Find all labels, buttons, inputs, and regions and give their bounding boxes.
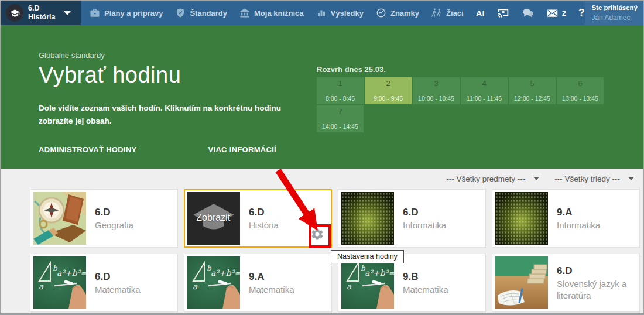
- period-time: 14:00 - 14:45: [322, 123, 358, 130]
- administer-lessons-link[interactable]: ADMINISTROVAŤ HODINY: [39, 145, 137, 154]
- card-subject: História: [249, 220, 279, 231]
- period-number: 6: [578, 79, 582, 88]
- nav-label: Plány a prípravy: [104, 9, 163, 18]
- class-filter-dropdown[interactable]: --- Všetky triedy ---: [551, 172, 638, 186]
- period-time: 11:00 - 11:45: [467, 95, 502, 102]
- nav-label: Štandardy: [190, 9, 227, 18]
- nav-item-vysledky[interactable]: Výsledky: [316, 8, 364, 18]
- lesson-card-9a-informatika[interactable]: 9.A Informatika: [492, 189, 640, 248]
- math-chalkboard-image: [187, 256, 240, 309]
- class-filter-value: --- Všetky triedy ---: [554, 174, 620, 183]
- app-window: 6.D História Plány a prípravy Štandardy …: [0, 0, 644, 315]
- nav-item-znamky[interactable]: Známky: [376, 8, 419, 18]
- lesson-card-6d-geografia[interactable]: 6.D Geografia: [30, 189, 178, 248]
- filter-bar: --- Všetky predmety --- --- Všetky tried…: [1, 169, 643, 189]
- map-compass-image: [33, 192, 86, 245]
- lesson-card-6d-informatika[interactable]: 6.D Informatika: [338, 189, 486, 248]
- schedule-period-2-current[interactable]: 2 9:00 - 9:45: [365, 77, 412, 104]
- card-subject: Matematika: [95, 284, 141, 296]
- math-chalkboard-image: [341, 256, 394, 309]
- nav-label: Známky: [390, 9, 419, 18]
- chat-bubbles-icon: [522, 7, 534, 19]
- lesson-card-6d-historia-selected[interactable]: Zobraziť 6.D História: [184, 189, 332, 248]
- page-title: Vybrať hodinu: [39, 63, 302, 88]
- period-number: 2: [386, 79, 390, 88]
- nav-item-plany-a-pripravy[interactable]: Plány a prípravy: [90, 8, 163, 18]
- card-class: 6.D: [95, 206, 133, 219]
- period-number: 4: [482, 79, 486, 88]
- card-class: 6.D: [249, 206, 279, 219]
- hero-text: Globálne štandardy Vybrať hodinu Dole vi…: [39, 51, 302, 154]
- cast-board-button[interactable]: [497, 7, 509, 19]
- messages-button[interactable]: 2: [546, 7, 566, 19]
- chevron-down-icon: [628, 177, 634, 180]
- question-mark-icon: ?: [578, 7, 584, 19]
- chevron-down-icon: [533, 177, 539, 180]
- hero-eyebrow: Globálne štandardy: [39, 51, 302, 60]
- show-overlay-label[interactable]: Zobraziť: [187, 213, 240, 223]
- current-class-menu[interactable]: 6.D História: [1, 1, 81, 25]
- matrix-code-image: [495, 192, 548, 245]
- period-time: 10:00 - 10:45: [418, 95, 454, 102]
- gear-icon: [310, 227, 324, 241]
- cast-icon: [497, 7, 509, 19]
- hero-section: Globálne štandardy Vybrať hodinu Dole vi…: [1, 25, 643, 169]
- lesson-card-6d-matematika[interactable]: 6.D Matematika: [30, 254, 178, 312]
- schedule-grid: 1 8:00 - 8:45 2 9:00 - 9:45 3 10:00 - 10…: [317, 77, 606, 133]
- schedule-title: Rozvrh dnes 25.03.: [317, 65, 609, 74]
- dark-chalkboard-image: Zobraziť: [187, 192, 240, 245]
- ai-button[interactable]: AI: [476, 8, 485, 18]
- period-time: 13:00 - 13:45: [562, 95, 598, 102]
- nav-label: Žiaci: [446, 9, 464, 18]
- more-info-link[interactable]: VIAC INFORMÁCIÍ: [208, 145, 276, 154]
- user-name: Ján Adamec: [591, 13, 638, 22]
- unread-count-badge: 2: [562, 9, 566, 18]
- nav-label: Výsledky: [331, 9, 364, 18]
- period-time: 9:00 - 9:45: [374, 95, 403, 102]
- schedule-period-4[interactable]: 4 11:00 - 11:45: [461, 77, 508, 104]
- card-class: 9.A: [557, 206, 600, 219]
- envelope-icon: [546, 7, 559, 19]
- period-number: 3: [434, 79, 438, 88]
- bar-chart-icon: [316, 8, 327, 18]
- chevron-down-icon: [64, 11, 71, 15]
- card-class: 6.D: [403, 206, 446, 219]
- card-class: 6.D: [557, 265, 636, 278]
- hero-actions: ADMINISTROVAŤ HODINY VIAC INFORMÁCIÍ: [39, 145, 302, 154]
- schedule-period-1[interactable]: 1 8:00 - 8:45: [317, 77, 364, 104]
- nav-item-standardy[interactable]: Štandardy: [175, 8, 227, 18]
- card-subject: Slovenský jazyk a literatúra: [557, 278, 636, 301]
- nav-item-moja-kniznica[interactable]: Moja knižnica: [239, 8, 304, 18]
- museum-icon: [239, 8, 250, 18]
- card-subject: Informatika: [403, 220, 446, 231]
- period-number: 5: [530, 79, 534, 88]
- period-number: 1: [338, 79, 342, 88]
- signed-in-user[interactable]: Ste prihlásený Ján Adamec: [585, 1, 643, 25]
- math-chalkboard-image: [33, 256, 86, 309]
- current-class-label: 6.D História: [28, 4, 56, 22]
- signed-in-text: Ste prihlásený: [591, 4, 638, 13]
- schedule-period-7[interactable]: 7 14:00 - 14:45: [317, 105, 364, 132]
- card-subject: Matematika: [249, 284, 294, 296]
- chat-button[interactable]: [522, 7, 534, 19]
- card-class: 9.A: [249, 271, 294, 283]
- card-subject: Geografia: [95, 220, 133, 231]
- card-class: 9.B: [403, 271, 448, 283]
- subject-filter-dropdown[interactable]: --- Všetky predmety ---: [443, 172, 543, 186]
- schedule-period-3[interactable]: 3 10:00 - 10:45: [413, 77, 460, 104]
- students-icon: [431, 8, 442, 18]
- matrix-code-image: [341, 192, 394, 245]
- nav-item-ziaci[interactable]: Žiaci: [431, 8, 464, 18]
- current-class: 6.D: [28, 4, 39, 12]
- today-schedule: Rozvrh dnes 25.03. 1 8:00 - 8:45 2 9:00 …: [317, 65, 609, 133]
- hero-description: Dole vidíte zoznam vašich hodín. Kliknut…: [39, 102, 296, 127]
- schedule-period-6[interactable]: 6 13:00 - 13:45: [557, 77, 604, 104]
- lesson-settings-button[interactable]: [310, 227, 324, 241]
- lesson-card-9a-matematika[interactable]: 9.A Matematika: [184, 254, 332, 312]
- card-class: 6.D: [95, 271, 141, 283]
- schedule-period-5[interactable]: 5 12:00 - 12:45: [509, 77, 556, 104]
- nav-label: Moja knižnica: [254, 9, 304, 18]
- grades-icon: [376, 8, 386, 18]
- lesson-card-6d-slovensky-jazyk[interactable]: 6.D Slovenský jazyk a literatúra: [492, 254, 640, 312]
- top-navigation-bar: 6.D História Plány a prípravy Štandardy …: [1, 1, 643, 25]
